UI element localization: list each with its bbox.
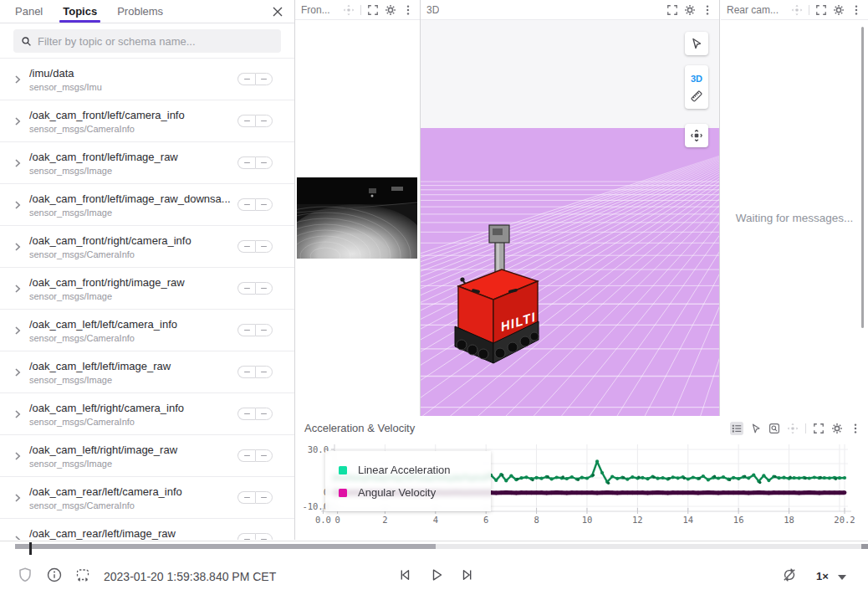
chevron-right-icon[interactable]: [11, 198, 24, 212]
toggle-b-button[interactable]: [255, 491, 273, 504]
kebab-menu-icon[interactable]: [702, 4, 713, 16]
chevron-right-icon[interactable]: [11, 240, 24, 254]
topic-schema: sensor_msgs/Image: [29, 459, 237, 469]
mode-3d-button[interactable]: 3D: [691, 68, 702, 90]
seek-start-button[interactable]: [396, 567, 413, 583]
toggle-a-button[interactable]: [237, 324, 255, 336]
chevron-right-icon[interactable]: [11, 324, 24, 337]
kebab-menu-icon[interactable]: [850, 4, 862, 16]
scrollbar[interactable]: [861, 27, 864, 328]
chevron-right-icon[interactable]: [11, 533, 24, 541]
toggle-a-button[interactable]: [237, 408, 255, 420]
topic-name: /oak_cam_front/left/image_raw_downsa...: [29, 192, 237, 205]
legend-item[interactable]: Angular Velocity: [325, 481, 491, 504]
play-button[interactable]: [428, 567, 445, 583]
gear-icon[interactable]: [385, 4, 396, 16]
legend-label: Angular Velocity: [358, 486, 436, 499]
chevron-right-icon[interactable]: [11, 156, 24, 170]
topic-row[interactable]: /oak_cam_front/left/image_raw_downsa...s…: [0, 184, 294, 226]
toggle-b-button[interactable]: [255, 408, 273, 420]
chevron-right-icon[interactable]: [11, 366, 24, 379]
fullscreen-icon[interactable]: [367, 4, 379, 16]
chevron-right-icon[interactable]: [11, 491, 24, 505]
ruler-icon[interactable]: [690, 90, 703, 103]
topic-row[interactable]: /oak_cam_left/left/image_rawsensor_msgs/…: [0, 351, 294, 393]
topic-row[interactable]: /oak_cam_left/right/image_rawsensor_msgs…: [0, 435, 294, 477]
chevron-right-icon[interactable]: [11, 115, 24, 128]
pan-icon[interactable]: [343, 4, 355, 16]
topic-schema: sensor_msgs/Image: [29, 375, 237, 385]
toggle-a-button[interactable]: [237, 366, 255, 378]
topic-row[interactable]: /oak_cam_front/right/image_rawsensor_msg…: [0, 268, 294, 310]
pan-camera-button[interactable]: [685, 124, 708, 147]
topic-visibility-toggles: [237, 282, 273, 295]
topic-row[interactable]: /oak_cam_front/right/camera_infosensor_m…: [0, 226, 294, 268]
topic-row[interactable]: /oak_cam_rear/left/image_rawsensor_msgs/…: [0, 519, 294, 540]
fullscreen-icon[interactable]: [813, 423, 825, 434]
topic-row[interactable]: /oak_cam_rear/left/camera_infosensor_msg…: [0, 477, 294, 519]
toggle-b-button[interactable]: [255, 198, 273, 211]
toggle-b-button[interactable]: [255, 366, 273, 378]
loop-selection-icon[interactable]: [74, 567, 91, 583]
topic-row[interactable]: /oak_cam_left/right/camera_infosensor_ms…: [0, 393, 294, 435]
tab-topics[interactable]: Topics: [63, 0, 97, 23]
front-camera-view[interactable]: [295, 20, 420, 416]
legend-item[interactable]: Linear Acceleration: [325, 459, 491, 481]
gear-icon[interactable]: [831, 423, 843, 434]
gear-icon[interactable]: [833, 4, 845, 16]
topic-row[interactable]: /oak_cam_left/left/camera_infosensor_msg…: [0, 310, 294, 351]
tab-panel[interactable]: Panel: [15, 0, 43, 23]
repeat-off-icon[interactable]: [781, 567, 798, 583]
fullscreen-icon[interactable]: [815, 4, 827, 16]
tab-problems[interactable]: Problems: [117, 0, 163, 23]
pan-icon[interactable]: [787, 423, 799, 434]
toggle-b-button[interactable]: [255, 115, 273, 127]
chevron-right-icon[interactable]: [11, 73, 24, 86]
toggle-b-button[interactable]: [255, 449, 273, 462]
kebab-menu-icon[interactable]: [850, 423, 861, 434]
topic-row[interactable]: /imu/datasensor_msgs/Imu: [0, 59, 294, 100]
zoom-reset-icon[interactable]: [768, 423, 780, 434]
chevron-right-icon[interactable]: [11, 282, 24, 295]
toggle-a-button[interactable]: [237, 73, 255, 85]
info-icon[interactable]: [46, 567, 63, 583]
chevron-down-icon[interactable]: [838, 575, 846, 580]
playback-scrubber[interactable]: [15, 544, 868, 549]
three-d-viewport[interactable]: HILTI 3D: [421, 20, 719, 416]
chevron-right-icon[interactable]: [11, 408, 24, 421]
playback-speed[interactable]: 1×: [816, 570, 829, 582]
gear-icon[interactable]: [684, 4, 696, 16]
topic-row[interactable]: /oak_cam_front/left/camera_infosensor_ms…: [0, 100, 294, 142]
topic-list: /imu/datasensor_msgs/Imu/oak_cam_front/l…: [0, 58, 294, 540]
toggle-a-button[interactable]: [237, 449, 255, 462]
shield-icon[interactable]: [17, 567, 33, 583]
toggle-a-button[interactable]: [237, 240, 255, 253]
cursor-tool-icon[interactable]: [750, 423, 762, 434]
toggle-a-button[interactable]: [237, 156, 255, 169]
seek-end-button[interactable]: [459, 567, 476, 583]
toggle-a-button[interactable]: [237, 115, 255, 127]
toggle-a-button[interactable]: [237, 533, 255, 540]
topic-filter-input[interactable]: Filter by topic or schema name...: [13, 29, 281, 53]
playhead[interactable]: [29, 542, 32, 555]
legend-toggle-icon[interactable]: [730, 422, 743, 435]
close-icon[interactable]: [271, 5, 284, 18]
select-tool-button[interactable]: [685, 32, 708, 55]
pan-icon[interactable]: [791, 4, 803, 16]
toggle-b-button[interactable]: [255, 282, 273, 295]
svg-text:12: 12: [632, 515, 643, 525]
view-mode-button-group[interactable]: 3D: [685, 65, 708, 109]
toggle-b-button[interactable]: [255, 533, 273, 540]
toggle-a-button[interactable]: [237, 282, 255, 295]
toggle-b-button[interactable]: [255, 73, 273, 85]
toggle-b-button[interactable]: [255, 240, 273, 253]
current-timestamp[interactable]: 2023-01-20 1:59:38.840 PM CET: [104, 570, 276, 583]
toggle-a-button[interactable]: [237, 198, 255, 211]
fullscreen-icon[interactable]: [666, 4, 678, 16]
toggle-a-button[interactable]: [237, 491, 255, 504]
chevron-right-icon[interactable]: [11, 449, 24, 463]
topic-row[interactable]: /oak_cam_front/left/image_rawsensor_msgs…: [0, 142, 294, 184]
kebab-menu-icon[interactable]: [402, 4, 414, 16]
toggle-b-button[interactable]: [255, 324, 273, 336]
toggle-b-button[interactable]: [255, 156, 273, 169]
